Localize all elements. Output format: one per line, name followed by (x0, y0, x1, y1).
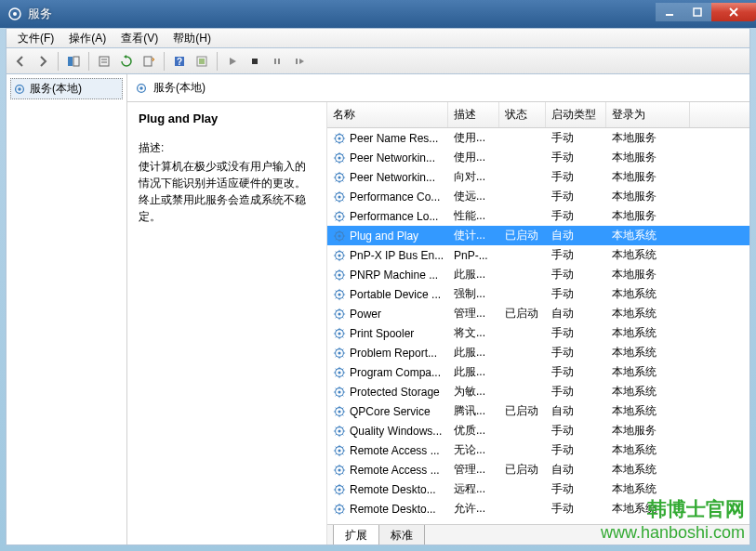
restart-button[interactable] (289, 51, 310, 72)
svg-rect-14 (252, 59, 258, 64)
forward-button[interactable] (33, 51, 53, 72)
body: 服务(本地) 服务(本地) Plug and Play 描述: 使计算机在极少或… (6, 74, 750, 545)
cell-name: Remote Access ... (327, 444, 448, 457)
tab-standard[interactable]: 标准 (378, 525, 425, 544)
back-button[interactable] (10, 51, 31, 72)
table-row[interactable]: Plug and Play使计...已启动自动本地系统 (327, 226, 749, 245)
col-status[interactable]: 状态 (499, 102, 546, 127)
table-row[interactable]: Protected Storage为敏...手动本地系统 (327, 382, 749, 401)
cell-desc: 此服... (448, 267, 499, 282)
cell-startup: 手动 (546, 208, 606, 224)
cell-startup: 手动 (546, 345, 606, 361)
cell-logon: 本地系统 (606, 364, 690, 380)
svg-point-25 (338, 156, 340, 159)
service-description: 使计算机在极少或没有用户输入的情况下能识别并适应硬件的更改。终止或禁用此服务会造… (139, 158, 315, 225)
svg-rect-15 (274, 59, 276, 64)
properties-button[interactable] (94, 51, 114, 72)
right-header: 服务(本地) (127, 74, 749, 102)
cell-logon: 本地系统 (606, 384, 690, 400)
svg-point-39 (338, 293, 340, 295)
table-row[interactable]: Power管理...已启动自动本地系统 (327, 304, 749, 323)
table-row[interactable]: PNRP Machine ...此服...手动本地服务 (327, 265, 749, 284)
service-icon (333, 327, 346, 340)
menu-help[interactable]: 帮助(H) (166, 28, 219, 49)
table-row[interactable]: Remote Access ...管理...已启动自动本地系统 (327, 460, 749, 479)
menu-action[interactable]: 操作(A) (61, 28, 113, 49)
service-icon (333, 425, 346, 438)
table-row[interactable]: QPCore Service腾讯...已启动自动本地系统 (327, 401, 749, 421)
desc-label: 描述: (139, 140, 315, 156)
minimize-button[interactable] (656, 3, 683, 21)
table-row[interactable]: Remote Deskto...允许...手动本地系统 (327, 499, 749, 518)
cell-name: PnP-X IP Bus En... (327, 249, 448, 262)
cell-startup: 手动 (546, 267, 606, 282)
svg-point-41 (338, 312, 340, 315)
col-logon[interactable]: 登录为 (606, 102, 690, 127)
table-row[interactable]: Quality Windows...优质...手动本地服务 (327, 421, 749, 440)
cell-desc: 为敏... (448, 384, 499, 400)
cell-status: 已启动 (499, 403, 546, 419)
cell-desc: PnP-... (448, 249, 499, 262)
pause-button[interactable] (267, 51, 287, 72)
svg-rect-4 (68, 57, 73, 66)
cell-startup: 手动 (546, 325, 606, 341)
col-desc[interactable]: 描述 (448, 102, 499, 127)
table-row[interactable]: Performance Lo...性能...手动本地服务 (327, 206, 749, 226)
col-startup[interactable]: 启动类型 (546, 102, 606, 127)
cell-logon: 本地服务 (606, 267, 690, 282)
tab-extended[interactable]: 扩展 (333, 525, 379, 544)
table-row[interactable]: Peer Networkin...向对...手动本地服务 (327, 167, 749, 187)
service-icon (333, 444, 346, 457)
table-row[interactable]: Program Compa...此服...手动本地系统 (327, 362, 749, 382)
cell-logon: 本地系统 (606, 286, 690, 302)
menu-view[interactable]: 查看(V) (113, 28, 166, 49)
svg-point-53 (338, 429, 340, 432)
show-hide-tree-button[interactable] (63, 51, 84, 72)
toolbar: ? (6, 48, 750, 74)
cell-logon: 本地系统 (606, 228, 690, 243)
table-row[interactable]: Peer Networkin...使用...手动本地服务 (327, 148, 749, 167)
table-row[interactable]: Portable Device ...强制...手动本地系统 (327, 284, 749, 304)
table-row[interactable]: Remote Deskto...远程...手动本地系统 (327, 479, 749, 499)
cell-name: Performance Lo... (327, 210, 448, 223)
export-button[interactable] (139, 51, 159, 72)
list-rows[interactable]: Peer Name Res...使用...手动本地服务Peer Networki… (327, 128, 749, 524)
cell-desc: 性能... (448, 208, 499, 224)
filter-button[interactable] (192, 51, 212, 72)
table-row[interactable]: Peer Name Res...使用...手动本地服务 (327, 128, 749, 148)
cell-startup: 手动 (546, 150, 606, 165)
cell-startup: 手动 (546, 189, 606, 204)
cell-logon: 本地服务 (606, 130, 690, 146)
tree-root[interactable]: 服务(本地) (10, 78, 123, 99)
table-row[interactable]: PnP-X IP Bus En...PnP-...手动本地系统 (327, 245, 749, 265)
help-button[interactable]: ? (169, 51, 190, 72)
service-icon (333, 503, 346, 516)
cell-logon: 本地系统 (606, 325, 690, 341)
cell-desc: 向对... (448, 169, 499, 185)
stop-button[interactable] (245, 51, 265, 72)
cell-name: Peer Networkin... (327, 151, 448, 164)
svg-rect-6 (99, 57, 109, 66)
service-icon (333, 132, 346, 145)
service-name: Plug and Play (139, 112, 315, 125)
cell-desc: 此服... (448, 345, 499, 361)
cell-startup: 手动 (546, 481, 606, 497)
cell-desc: 将文... (448, 325, 499, 341)
cell-desc: 此服... (448, 364, 499, 380)
table-row[interactable]: Print Spooler将文...手动本地系统 (327, 323, 749, 343)
maximize-button[interactable] (683, 3, 711, 21)
menubar: 文件(F) 操作(A) 查看(V) 帮助(H) (6, 28, 750, 48)
service-icon (333, 210, 346, 223)
cell-logon: 本地系统 (606, 501, 690, 517)
cell-name: Remote Deskto... (327, 483, 448, 496)
table-row[interactable]: Remote Access ...无论...手动本地系统 (327, 440, 749, 460)
service-icon (333, 347, 346, 360)
close-button[interactable] (711, 3, 756, 21)
menu-file[interactable]: 文件(F) (10, 28, 61, 49)
table-row[interactable]: Performance Co...使远...手动本地服务 (327, 187, 749, 206)
col-name[interactable]: 名称 (327, 102, 448, 127)
refresh-button[interactable] (116, 51, 137, 72)
table-row[interactable]: Problem Report...此服...手动本地系统 (327, 343, 749, 362)
cell-status: 已启动 (499, 306, 546, 321)
start-button[interactable] (222, 51, 243, 72)
